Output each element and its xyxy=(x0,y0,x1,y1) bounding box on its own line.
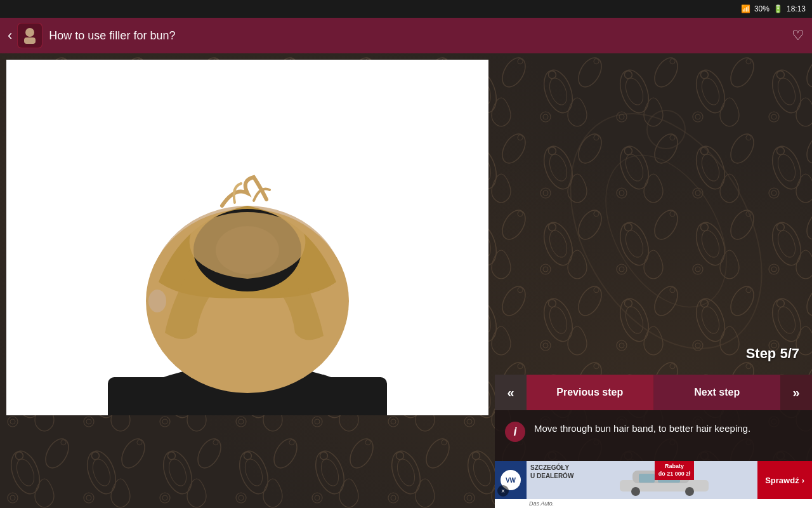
svg-point-22 xyxy=(148,290,166,312)
step-indicator: Step 5/7 xyxy=(746,345,799,362)
ad-cta-label: Sprawdź xyxy=(765,476,799,485)
ad-tagline-strip: Das Auto. xyxy=(495,499,812,508)
next-chevron-wrapper[interactable]: » xyxy=(780,375,812,410)
svg-rect-2 xyxy=(24,37,36,44)
previous-step-label: Previous step xyxy=(556,387,623,398)
svg-rect-27 xyxy=(639,474,655,483)
prev-double-chevron-icon: « xyxy=(507,385,514,400)
battery-icon: 🔋 xyxy=(773,4,783,13)
battery-percentage: 30% xyxy=(754,4,769,13)
svg-point-1 xyxy=(25,28,34,37)
ad-content: VW SZCZEGÓŁYU DEALERÓW xyxy=(495,461,812,499)
next-step-button[interactable]: Next step xyxy=(654,375,781,410)
favorite-button[interactable]: ♡ xyxy=(792,27,804,44)
ad-close-button[interactable]: × xyxy=(497,485,509,497)
app-title: How to use filler for bun? xyxy=(49,29,792,43)
prev-chevron-wrapper[interactable]: « xyxy=(495,375,527,410)
next-double-chevron-icon: » xyxy=(792,385,799,400)
svg-point-25 xyxy=(631,487,640,496)
app-bar: ‹ How to use filler for bun? ♡ xyxy=(0,18,812,53)
instruction-text: Move through bun hair band, to better ha… xyxy=(534,422,750,436)
info-icon: i xyxy=(505,422,525,442)
ad-cta-button[interactable]: Sprawdź › xyxy=(757,461,812,499)
app-icon xyxy=(17,23,43,48)
navigation-buttons: « Previous step Next step » xyxy=(495,375,812,410)
ad-detail-text: SZCZEGÓŁYU DEALERÓW xyxy=(530,464,573,480)
next-step-label: Next step xyxy=(694,387,740,398)
ad-promo-badge: Rabatydo 21 000 zł xyxy=(655,461,695,480)
ad-cta-arrow: › xyxy=(802,476,804,485)
back-button[interactable]: ‹ xyxy=(8,27,12,44)
time-display: 18:13 xyxy=(787,4,806,13)
ad-banner: × VW SZCZEGÓŁYU DEALERÓW xyxy=(495,461,812,499)
status-bar: 📶 30% 🔋 18:13 xyxy=(0,0,812,18)
ad-car-area: SZCZEGÓŁYU DEALERÓW Rabatydo 21 000 zł xyxy=(527,461,757,499)
tutorial-image-panel xyxy=(6,60,488,415)
svg-point-26 xyxy=(685,487,694,496)
wifi-icon: 📶 xyxy=(741,4,750,13)
hair-bun-illustration xyxy=(6,60,488,415)
right-panel: Step 5/7 « Previous step Next step » i M… xyxy=(495,53,812,508)
right-decorative-area: Step 5/7 xyxy=(495,53,812,375)
instruction-box: i Move through bun hair band, to better … xyxy=(495,410,812,461)
ad-tagline: Das Auto. xyxy=(529,500,554,507)
previous-step-button[interactable]: Previous step xyxy=(527,375,654,410)
